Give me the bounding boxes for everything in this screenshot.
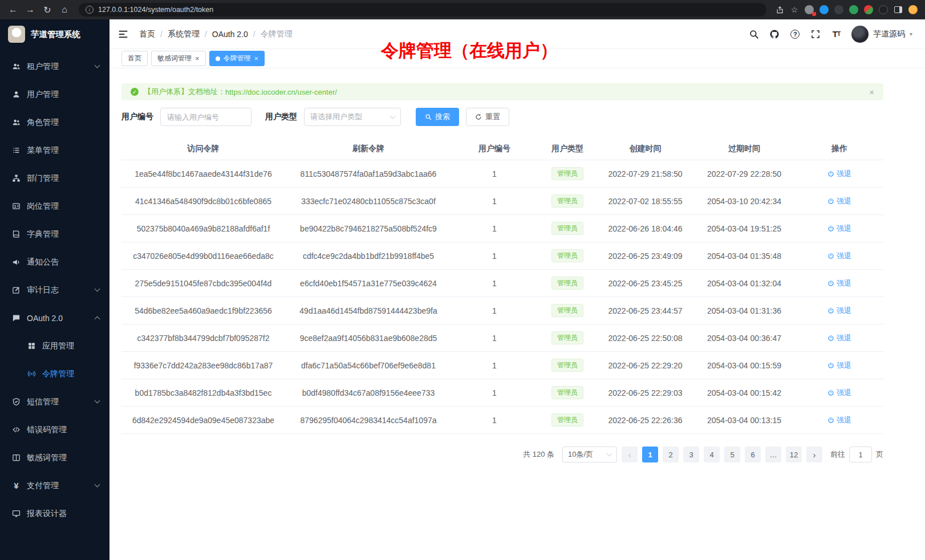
search-button[interactable]: 搜索 bbox=[416, 108, 459, 126]
side-panel-icon[interactable] bbox=[892, 3, 904, 16]
page-button[interactable]: 4 bbox=[704, 447, 720, 462]
created-time-cell: 2022-06-25 22:29:20 bbox=[598, 361, 693, 370]
prev-page-button[interactable]: ‹ bbox=[622, 447, 638, 462]
extension-icon-3[interactable] bbox=[833, 3, 845, 16]
breadcrumb-item[interactable]: 首页 bbox=[139, 29, 155, 39]
extension-icon-1[interactable] bbox=[803, 3, 816, 16]
font-size-icon[interactable]: TT bbox=[831, 29, 842, 39]
search-icon[interactable] bbox=[749, 29, 760, 39]
sidebar-item-pay[interactable]: ¥ 支付管理 bbox=[0, 472, 109, 500]
sidebar-item-dict[interactable]: 字典管理 bbox=[0, 220, 109, 248]
user-id-cell: 1 bbox=[452, 334, 537, 343]
sidebar-item-error-code[interactable]: 错误码管理 bbox=[0, 416, 109, 444]
user-menu[interactable]: 芋道源码 ▾ bbox=[851, 26, 912, 43]
page-jumper: 前往 页 bbox=[830, 447, 883, 462]
sidebar-item-label: 租户管理 bbox=[27, 62, 89, 72]
dept-tree-icon bbox=[12, 174, 21, 182]
sidebar-item-dept[interactable]: 部门管理 bbox=[0, 164, 109, 192]
close-icon[interactable]: × bbox=[869, 87, 874, 97]
sidebar-item-user[interactable]: 用户管理 bbox=[0, 80, 109, 108]
sidebar-item-notice[interactable]: 通知公告 bbox=[0, 248, 109, 276]
tab-token[interactable]: 令牌管理 × bbox=[209, 51, 265, 66]
app-logo[interactable]: 芋道管理系统 bbox=[0, 19, 109, 49]
error-code-icon bbox=[12, 425, 21, 434]
doc-link[interactable]: https://doc.iocoder.cn/user-center/ bbox=[225, 88, 337, 96]
access-token-cell: 6d842e2924594de9a09e45e087323abe bbox=[121, 416, 285, 425]
force-logout-button[interactable]: 强退 bbox=[827, 169, 851, 179]
force-logout-button[interactable]: 强退 bbox=[827, 306, 851, 316]
page-button[interactable]: 12 bbox=[786, 447, 802, 462]
browser-home-icon[interactable]: ⌂ bbox=[57, 2, 72, 17]
sidebar-item-post[interactable]: 岗位管理 bbox=[0, 192, 109, 220]
extension-icon-2[interactable] bbox=[818, 3, 830, 16]
sidebar-item-oauth-app[interactable]: 应用管理 bbox=[0, 332, 109, 360]
address-bar[interactable]: i 127.0.0.1:1024/system/oauth2/token bbox=[79, 3, 766, 17]
tab-home[interactable]: 首页 bbox=[121, 51, 148, 66]
page-button[interactable]: 5 bbox=[724, 447, 740, 462]
sidebar-item-oauth[interactable]: OAuth 2.0 bbox=[0, 304, 109, 332]
access-token-cell: 502375b8040a469a9b82188afdf6af1f bbox=[121, 224, 285, 233]
next-page-button[interactable]: › bbox=[806, 447, 822, 462]
force-logout-button[interactable]: 强退 bbox=[827, 224, 851, 234]
reset-button[interactable]: 重置 bbox=[466, 108, 509, 126]
jump-page-input[interactable] bbox=[849, 447, 872, 462]
sidebar-item-menu[interactable]: 菜单管理 bbox=[0, 136, 109, 164]
chevron-down-icon bbox=[95, 63, 100, 68]
total-count: 共 120 条 bbox=[523, 449, 554, 460]
breadcrumb-item[interactable]: OAuth 2.0 bbox=[212, 30, 248, 39]
bookmark-star-icon[interactable]: ☆ bbox=[788, 3, 801, 16]
user-id-cell: 1 bbox=[452, 361, 537, 370]
force-logout-button[interactable]: 强退 bbox=[827, 415, 851, 425]
sidebar-item-audit-log[interactable]: 审计日志 bbox=[0, 276, 109, 304]
action-cell: 强退 bbox=[796, 196, 883, 206]
force-logout-label: 强退 bbox=[837, 415, 851, 425]
force-logout-button[interactable]: 强退 bbox=[827, 388, 851, 398]
breadcrumb-item[interactable]: 系统管理 bbox=[168, 29, 200, 39]
more-pages-button[interactable]: … bbox=[765, 447, 781, 462]
sidebar-item-sensitive-word[interactable]: 敏感词管理 bbox=[0, 444, 109, 472]
user-type-select[interactable]: 请选择用户类型 bbox=[304, 108, 401, 126]
search-icon bbox=[425, 113, 432, 120]
jump-suffix: 页 bbox=[876, 449, 883, 460]
expire-time-cell: 2054-03-04 01:35:48 bbox=[693, 251, 796, 261]
force-logout-button[interactable]: 强退 bbox=[827, 360, 851, 371]
page-button[interactable]: 6 bbox=[745, 447, 761, 462]
sidebar-item-report-designer[interactable]: 报表设计器 bbox=[0, 500, 109, 527]
force-logout-button[interactable]: 强退 bbox=[827, 333, 851, 343]
force-logout-button[interactable]: 强退 bbox=[827, 196, 851, 206]
share-icon[interactable] bbox=[773, 3, 786, 16]
browser-forward-icon[interactable]: → bbox=[23, 2, 38, 17]
force-logout-button[interactable]: 强退 bbox=[827, 278, 851, 289]
fullscreen-icon[interactable] bbox=[810, 29, 821, 39]
page-size-select[interactable]: 10条/页 bbox=[562, 447, 617, 462]
user-type-cell: 管理员 bbox=[537, 304, 598, 316]
sidebar-item-tenant[interactable]: 租户管理 bbox=[0, 52, 109, 80]
created-time-cell: 2022-06-25 22:50:08 bbox=[598, 334, 693, 343]
page-button[interactable]: 1 bbox=[642, 447, 658, 462]
collapse-sidebar-icon[interactable] bbox=[117, 29, 129, 40]
sidebar-item-role[interactable]: 角色管理 bbox=[0, 108, 109, 136]
tab-sensitive-word[interactable]: 敏感词管理 × bbox=[151, 51, 206, 66]
expire-time-cell: 2022-07-29 22:28:50 bbox=[693, 169, 796, 178]
extension-icon-5[interactable] bbox=[862, 3, 875, 16]
chevron-down-icon bbox=[95, 482, 100, 488]
page-button[interactable]: 3 bbox=[683, 447, 699, 462]
user-type-badge: 管理员 bbox=[551, 194, 583, 207]
github-icon[interactable] bbox=[769, 29, 780, 39]
close-icon[interactable]: × bbox=[254, 55, 259, 62]
sidebar-item-token[interactable]: 令牌管理 bbox=[0, 360, 109, 388]
sidebar-item-sms[interactable]: 短信管理 bbox=[0, 388, 109, 416]
user-id-input[interactable] bbox=[160, 108, 251, 126]
browser-profile-avatar[interactable] bbox=[907, 3, 919, 16]
force-logout-button[interactable]: 强退 bbox=[827, 251, 851, 261]
extension-icon-4[interactable] bbox=[847, 3, 860, 16]
browser-reload-icon[interactable]: ↻ bbox=[40, 2, 55, 17]
site-info-icon[interactable]: i bbox=[86, 6, 94, 14]
close-icon[interactable]: × bbox=[195, 55, 200, 62]
browser-back-icon[interactable]: ← bbox=[6, 2, 21, 17]
help-icon[interactable]: ? bbox=[790, 29, 801, 39]
extension-icon-6[interactable] bbox=[877, 3, 890, 16]
user-type-cell: 管理员 bbox=[537, 331, 598, 344]
page-button[interactable]: 2 bbox=[663, 447, 679, 462]
force-logout-label: 强退 bbox=[837, 333, 851, 343]
